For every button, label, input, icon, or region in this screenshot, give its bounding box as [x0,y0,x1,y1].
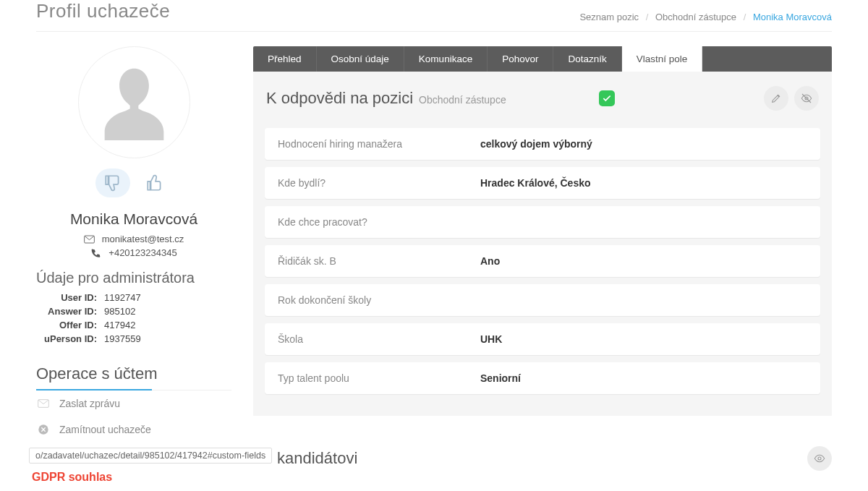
mail-icon [84,234,95,244]
answers-subtitle: Obchodní zástupce [419,94,506,106]
field-row[interactable]: Škola UHK [265,323,820,355]
field-row[interactable]: Rok dokončení školy [265,284,820,316]
admin-value: 417942 [104,320,231,330]
page-title: Profil uchazeče [36,0,170,22]
field-label: Hodnocení hiring manažera [278,138,480,150]
pencil-icon [770,93,782,104]
field-row[interactable]: Kde chce pracovat? [265,206,820,238]
breadcrumb: Seznam pozic / Obchodní zástupce / Monik… [579,12,832,22]
admin-value: 1192747 [104,292,231,303]
reject-icon [38,424,49,435]
thumbs-down-icon [103,174,122,192]
candidate-email-row: monikatest@test.cz [36,234,231,244]
field-value: Seniorní [480,372,521,384]
person-icon [100,64,169,140]
candidate-email[interactable]: monikatest@test.cz [102,234,184,244]
status-ok-badge [599,90,615,106]
admin-label: Answer ID: [39,306,97,317]
breadcrumb-candidate[interactable]: Monika Moravcová [753,12,832,22]
tab-questionnaire[interactable]: Dotazník [553,46,621,72]
breadcrumb-positions[interactable]: Seznam pozic [579,12,639,22]
browser-status-url: o/zadavatel/uchazec/detail/985102/417942… [29,448,272,464]
thumbs-up-button[interactable] [137,168,172,197]
field-value: Ano [480,255,500,267]
field-label: Kde chce pracovat? [278,216,480,228]
field-value: Hradec Králové, Česko [480,177,591,189]
answers-title: K odpovědi na pozici [266,89,413,108]
avatar [78,46,190,158]
check-icon [602,93,612,103]
field-value: UHK [480,333,502,345]
op-label: Zamítnout uchazeče [59,424,151,435]
eye-icon [814,453,825,464]
gdpr-consent-label: GDPR souhlas [32,471,112,484]
mail-icon [38,398,49,409]
field-label: Škola [278,333,480,345]
admin-label: User ID: [39,292,97,303]
field-label: Řidičák sk. B [278,255,480,267]
admin-id-grid: User ID: 1192747 Answer ID: 985102 Offer… [36,292,231,344]
admin-label: uPerson ID: [39,333,97,344]
field-label: Kde bydlí? [278,177,480,189]
field-value: celkový dojem výborný [480,138,592,150]
phone-icon [90,248,101,258]
tab-custom-fields[interactable]: Vlastní pole [622,46,703,72]
thumbs-down-button[interactable] [95,168,130,197]
field-label: Rok dokončení školy [278,294,480,306]
op-send-message[interactable]: Zaslat zprávu [36,390,231,417]
operations-heading: Operace s účtem [36,364,231,390]
tab-interview[interactable]: Pohovor [488,46,553,72]
op-label: Zaslat zprávu [59,398,120,409]
admin-value: 1937559 [104,333,231,344]
edit-button[interactable] [764,86,788,111]
view-button[interactable] [807,446,832,471]
candidate-phone-row: +420123234345 [36,247,231,258]
admin-value: 985102 [104,306,231,317]
svg-point-4 [818,457,821,460]
thumbs-up-icon [145,174,164,192]
field-row[interactable]: Kde bydlí? Hradec Králové, Česko [265,167,820,199]
admin-label: Offer ID: [39,320,97,330]
eye-off-icon [801,93,812,104]
tab-communication[interactable]: Komunikace [404,46,488,72]
admin-heading: Údaje pro administrátora [36,270,231,286]
breadcrumb-offer[interactable]: Obchodní zástupce [655,12,736,22]
hide-button[interactable] [794,86,819,111]
candidate-phone[interactable]: +420123234345 [109,247,176,258]
field-row[interactable]: Typ talent poolu Seniorní [265,362,820,394]
field-label: Typ talent poolu [278,372,480,384]
tab-overview[interactable]: Přehled [253,46,317,72]
candidate-name: Monika Moravcová [36,210,231,228]
tab-personal[interactable]: Osobní údaje [317,46,404,72]
op-reject-candidate[interactable]: Zamítnout uchazeče [36,417,231,443]
field-row[interactable]: Řidičák sk. B Ano [265,245,820,277]
field-row[interactable]: Hodnocení hiring manažera celkový dojem … [265,128,820,160]
tabs: Přehled Osobní údaje Komunikace Pohovor … [253,46,832,72]
